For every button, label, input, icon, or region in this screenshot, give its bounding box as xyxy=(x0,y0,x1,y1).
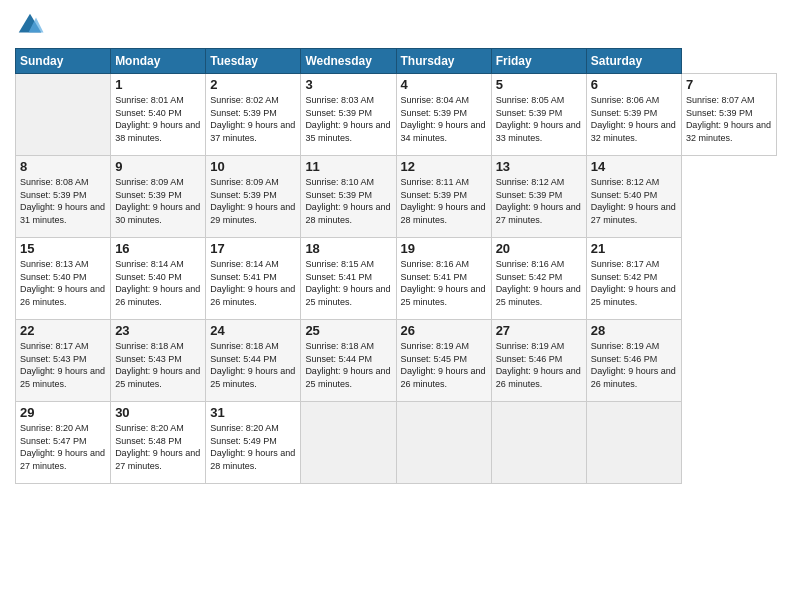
day-number: 28 xyxy=(591,323,677,338)
day-cell-23: 23 Sunrise: 8:18 AMSunset: 5:43 PMDaylig… xyxy=(111,320,206,402)
col-header-monday: Monday xyxy=(111,49,206,74)
day-info: Sunrise: 8:02 AMSunset: 5:39 PMDaylight:… xyxy=(210,94,296,144)
day-info: Sunrise: 8:13 AMSunset: 5:40 PMDaylight:… xyxy=(20,258,106,308)
day-cell-12: 12 Sunrise: 8:11 AMSunset: 5:39 PMDaylig… xyxy=(396,156,491,238)
day-number: 10 xyxy=(210,159,296,174)
day-cell-17: 17 Sunrise: 8:14 AMSunset: 5:41 PMDaylig… xyxy=(206,238,301,320)
col-header-saturday: Saturday xyxy=(586,49,681,74)
day-cell-22: 22 Sunrise: 8:17 AMSunset: 5:43 PMDaylig… xyxy=(16,320,111,402)
day-number: 30 xyxy=(115,405,201,420)
day-cell-15: 15 Sunrise: 8:13 AMSunset: 5:40 PMDaylig… xyxy=(16,238,111,320)
day-info: Sunrise: 8:16 AMSunset: 5:42 PMDaylight:… xyxy=(496,258,582,308)
day-info: Sunrise: 8:15 AMSunset: 5:41 PMDaylight:… xyxy=(305,258,391,308)
day-number: 1 xyxy=(115,77,201,92)
day-info: Sunrise: 8:07 AMSunset: 5:39 PMDaylight:… xyxy=(686,94,772,144)
day-info: Sunrise: 8:17 AMSunset: 5:42 PMDaylight:… xyxy=(591,258,677,308)
day-cell-19: 19 Sunrise: 8:16 AMSunset: 5:41 PMDaylig… xyxy=(396,238,491,320)
day-number: 19 xyxy=(401,241,487,256)
empty-cell xyxy=(396,402,491,484)
day-info: Sunrise: 8:19 AMSunset: 5:46 PMDaylight:… xyxy=(496,340,582,390)
day-cell-7: 7 Sunrise: 8:07 AMSunset: 5:39 PMDayligh… xyxy=(681,74,776,156)
day-cell-1: 1 Sunrise: 8:01 AMSunset: 5:40 PMDayligh… xyxy=(111,74,206,156)
day-number: 21 xyxy=(591,241,677,256)
week-row-1: 1 Sunrise: 8:01 AMSunset: 5:40 PMDayligh… xyxy=(16,74,777,156)
day-number: 3 xyxy=(305,77,391,92)
week-row-3: 15 Sunrise: 8:13 AMSunset: 5:40 PMDaylig… xyxy=(16,238,777,320)
day-cell-6: 6 Sunrise: 8:06 AMSunset: 5:39 PMDayligh… xyxy=(586,74,681,156)
day-cell-9: 9 Sunrise: 8:09 AMSunset: 5:39 PMDayligh… xyxy=(111,156,206,238)
day-number: 2 xyxy=(210,77,296,92)
day-number: 7 xyxy=(686,77,772,92)
day-info: Sunrise: 8:09 AMSunset: 5:39 PMDaylight:… xyxy=(210,176,296,226)
day-info: Sunrise: 8:12 AMSunset: 5:40 PMDaylight:… xyxy=(591,176,677,226)
day-cell-18: 18 Sunrise: 8:15 AMSunset: 5:41 PMDaylig… xyxy=(301,238,396,320)
day-info: Sunrise: 8:01 AMSunset: 5:40 PMDaylight:… xyxy=(115,94,201,144)
day-info: Sunrise: 8:20 AMSunset: 5:48 PMDaylight:… xyxy=(115,422,201,472)
day-cell-31: 31 Sunrise: 8:20 AMSunset: 5:49 PMDaylig… xyxy=(206,402,301,484)
day-number: 11 xyxy=(305,159,391,174)
day-number: 27 xyxy=(496,323,582,338)
day-cell-16: 16 Sunrise: 8:14 AMSunset: 5:40 PMDaylig… xyxy=(111,238,206,320)
logo-icon xyxy=(15,10,45,40)
day-number: 5 xyxy=(496,77,582,92)
day-info: Sunrise: 8:20 AMSunset: 5:47 PMDaylight:… xyxy=(20,422,106,472)
empty-cell xyxy=(301,402,396,484)
day-number: 16 xyxy=(115,241,201,256)
day-info: Sunrise: 8:20 AMSunset: 5:49 PMDaylight:… xyxy=(210,422,296,472)
day-number: 15 xyxy=(20,241,106,256)
day-info: Sunrise: 8:10 AMSunset: 5:39 PMDaylight:… xyxy=(305,176,391,226)
day-cell-28: 28 Sunrise: 8:19 AMSunset: 5:46 PMDaylig… xyxy=(586,320,681,402)
day-info: Sunrise: 8:19 AMSunset: 5:45 PMDaylight:… xyxy=(401,340,487,390)
day-cell-4: 4 Sunrise: 8:04 AMSunset: 5:39 PMDayligh… xyxy=(396,74,491,156)
day-cell-14: 14 Sunrise: 8:12 AMSunset: 5:40 PMDaylig… xyxy=(586,156,681,238)
logo xyxy=(15,10,49,40)
calendar-table: SundayMondayTuesdayWednesdayThursdayFrid… xyxy=(15,48,777,484)
day-info: Sunrise: 8:03 AMSunset: 5:39 PMDaylight:… xyxy=(305,94,391,144)
empty-cell xyxy=(16,74,111,156)
day-cell-20: 20 Sunrise: 8:16 AMSunset: 5:42 PMDaylig… xyxy=(491,238,586,320)
day-number: 22 xyxy=(20,323,106,338)
day-info: Sunrise: 8:19 AMSunset: 5:46 PMDaylight:… xyxy=(591,340,677,390)
day-info: Sunrise: 8:09 AMSunset: 5:39 PMDaylight:… xyxy=(115,176,201,226)
week-row-4: 22 Sunrise: 8:17 AMSunset: 5:43 PMDaylig… xyxy=(16,320,777,402)
day-cell-27: 27 Sunrise: 8:19 AMSunset: 5:46 PMDaylig… xyxy=(491,320,586,402)
col-header-tuesday: Tuesday xyxy=(206,49,301,74)
day-cell-25: 25 Sunrise: 8:18 AMSunset: 5:44 PMDaylig… xyxy=(301,320,396,402)
day-info: Sunrise: 8:18 AMSunset: 5:43 PMDaylight:… xyxy=(115,340,201,390)
empty-cell xyxy=(586,402,681,484)
day-info: Sunrise: 8:08 AMSunset: 5:39 PMDaylight:… xyxy=(20,176,106,226)
day-number: 9 xyxy=(115,159,201,174)
day-number: 24 xyxy=(210,323,296,338)
day-info: Sunrise: 8:16 AMSunset: 5:41 PMDaylight:… xyxy=(401,258,487,308)
day-number: 6 xyxy=(591,77,677,92)
day-number: 18 xyxy=(305,241,391,256)
day-number: 20 xyxy=(496,241,582,256)
day-cell-5: 5 Sunrise: 8:05 AMSunset: 5:39 PMDayligh… xyxy=(491,74,586,156)
day-cell-13: 13 Sunrise: 8:12 AMSunset: 5:39 PMDaylig… xyxy=(491,156,586,238)
day-number: 17 xyxy=(210,241,296,256)
day-number: 23 xyxy=(115,323,201,338)
day-info: Sunrise: 8:18 AMSunset: 5:44 PMDaylight:… xyxy=(210,340,296,390)
day-cell-10: 10 Sunrise: 8:09 AMSunset: 5:39 PMDaylig… xyxy=(206,156,301,238)
day-cell-30: 30 Sunrise: 8:20 AMSunset: 5:48 PMDaylig… xyxy=(111,402,206,484)
day-cell-29: 29 Sunrise: 8:20 AMSunset: 5:47 PMDaylig… xyxy=(16,402,111,484)
day-info: Sunrise: 8:14 AMSunset: 5:41 PMDaylight:… xyxy=(210,258,296,308)
day-number: 8 xyxy=(20,159,106,174)
header-row: SundayMondayTuesdayWednesdayThursdayFrid… xyxy=(16,49,777,74)
day-info: Sunrise: 8:04 AMSunset: 5:39 PMDaylight:… xyxy=(401,94,487,144)
day-number: 4 xyxy=(401,77,487,92)
empty-cell xyxy=(491,402,586,484)
col-header-friday: Friday xyxy=(491,49,586,74)
week-row-5: 29 Sunrise: 8:20 AMSunset: 5:47 PMDaylig… xyxy=(16,402,777,484)
day-cell-21: 21 Sunrise: 8:17 AMSunset: 5:42 PMDaylig… xyxy=(586,238,681,320)
day-info: Sunrise: 8:17 AMSunset: 5:43 PMDaylight:… xyxy=(20,340,106,390)
day-cell-24: 24 Sunrise: 8:18 AMSunset: 5:44 PMDaylig… xyxy=(206,320,301,402)
day-number: 14 xyxy=(591,159,677,174)
day-number: 29 xyxy=(20,405,106,420)
day-cell-8: 8 Sunrise: 8:08 AMSunset: 5:39 PMDayligh… xyxy=(16,156,111,238)
day-info: Sunrise: 8:14 AMSunset: 5:40 PMDaylight:… xyxy=(115,258,201,308)
week-row-2: 8 Sunrise: 8:08 AMSunset: 5:39 PMDayligh… xyxy=(16,156,777,238)
day-number: 26 xyxy=(401,323,487,338)
page-header xyxy=(15,10,777,40)
day-cell-11: 11 Sunrise: 8:10 AMSunset: 5:39 PMDaylig… xyxy=(301,156,396,238)
